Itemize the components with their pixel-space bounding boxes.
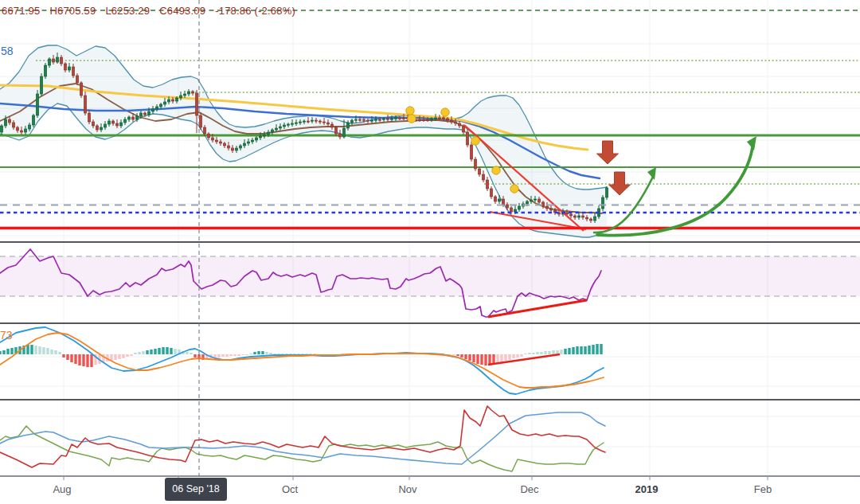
candle-body <box>530 200 532 201</box>
macd-histogram-bar <box>130 354 132 356</box>
candle-body <box>108 121 110 124</box>
candle-body <box>458 123 460 126</box>
macd-histogram-bar <box>146 350 148 354</box>
macd-histogram-bar <box>520 354 522 357</box>
macd-histogram-bar <box>261 351 264 354</box>
candle-body <box>362 119 365 120</box>
yellow-dot-marker[interactable] <box>406 107 414 115</box>
candle-body <box>203 127 205 134</box>
candle-body <box>275 128 277 130</box>
yellow-dot-marker[interactable] <box>441 108 449 116</box>
rsi-panel <box>0 249 860 317</box>
candle-body <box>223 143 225 146</box>
candle-body <box>167 100 170 102</box>
macd-histogram-bar <box>30 345 33 354</box>
candle-body <box>183 94 186 96</box>
candle-body <box>398 118 401 119</box>
macd-histogram-bar <box>285 354 287 354</box>
candle-body <box>295 123 297 123</box>
macd-histogram-bar <box>46 348 49 354</box>
red-down-arrow-icon[interactable] <box>597 141 619 164</box>
candle-body <box>44 65 46 76</box>
candle-body <box>330 124 333 127</box>
candle-body <box>231 148 233 150</box>
candle-body <box>143 113 146 115</box>
candle-body <box>88 113 90 122</box>
macd-histogram-bar <box>126 354 128 357</box>
down-block-arrows[interactable] <box>597 141 631 195</box>
candle-body <box>0 126 2 132</box>
yellow-dot-marker[interactable] <box>408 115 416 123</box>
macd-histogram-bar <box>265 352 268 354</box>
candle-body <box>16 127 18 131</box>
candle-body <box>478 169 480 174</box>
macd-histogram-bar <box>237 354 240 356</box>
dmi-panel <box>0 406 605 471</box>
candle-body <box>394 118 397 119</box>
rsi-trendline-red[interactable] <box>488 300 587 317</box>
candle-body <box>12 123 14 127</box>
macd-histogram-bar <box>249 354 252 354</box>
candle-body <box>322 122 325 123</box>
macd-histogram-bar <box>480 354 483 365</box>
time-axis-label: 2019 <box>635 483 659 495</box>
price-label-partial: 58 <box>1 45 14 57</box>
candle-body <box>187 92 190 94</box>
ohlc-open: 6671.95 <box>2 5 40 17</box>
candle-body <box>179 96 182 98</box>
macd-histogram-bar <box>82 354 84 366</box>
candle-body <box>350 120 353 123</box>
macd-histogram-bar <box>576 346 578 354</box>
macd-histogram-bar <box>301 354 303 354</box>
candle-body <box>80 83 82 96</box>
candle-body <box>96 126 98 130</box>
time-axis-label: Feb <box>754 483 772 495</box>
macd-histogram-bar <box>2 350 5 354</box>
candle-body <box>418 119 420 120</box>
candle-body <box>259 136 261 138</box>
candle-body <box>518 206 520 209</box>
candle-body <box>526 201 528 204</box>
macd-histogram-bar <box>170 348 172 354</box>
candle-body <box>64 64 66 70</box>
candle-body <box>131 117 134 119</box>
yellow-dot-marker[interactable] <box>510 185 518 193</box>
chart-canvas[interactable] <box>0 0 860 504</box>
macd-histogram-bar <box>504 354 506 361</box>
candle-body <box>219 142 221 143</box>
candle-body <box>291 123 293 124</box>
macd-histogram-bar <box>532 353 534 354</box>
yellow-dot-marker[interactable] <box>471 137 479 145</box>
macd-value-partial: 73 <box>0 329 13 342</box>
macd-histogram-bar <box>86 354 88 367</box>
price-levels-over[interactable] <box>0 205 860 229</box>
yellow-dot-marker[interactable] <box>492 166 500 174</box>
candle-body <box>195 93 197 115</box>
candle-body <box>482 174 484 180</box>
candle-body <box>36 94 38 115</box>
candle-body <box>32 115 34 125</box>
macd-histogram-bar <box>273 354 276 354</box>
macd-histogram-bar <box>0 351 2 354</box>
macd-histogram-bar <box>269 353 272 354</box>
candle-body <box>601 197 604 209</box>
candle-body <box>434 118 436 119</box>
candle-body <box>446 119 448 120</box>
candle-body <box>207 134 209 138</box>
macd-histogram-bar <box>78 354 80 365</box>
candle-body <box>334 127 337 134</box>
candle-body <box>235 148 237 150</box>
macd-histogram-bar <box>138 352 140 354</box>
macd-histogram-bar <box>34 346 37 354</box>
candle-body <box>545 206 548 209</box>
macd-histogram-bar <box>190 353 192 354</box>
macd-histogram-bar <box>313 354 315 354</box>
minus-di-line <box>0 406 605 467</box>
macd-histogram-bar <box>142 351 144 354</box>
candle-body <box>48 59 50 65</box>
candle-body <box>315 120 317 121</box>
candle-body <box>565 213 568 214</box>
macd-histogram-bar <box>305 354 307 354</box>
macd-histogram-bar <box>572 347 574 354</box>
macd-histogram-bar <box>26 345 29 354</box>
